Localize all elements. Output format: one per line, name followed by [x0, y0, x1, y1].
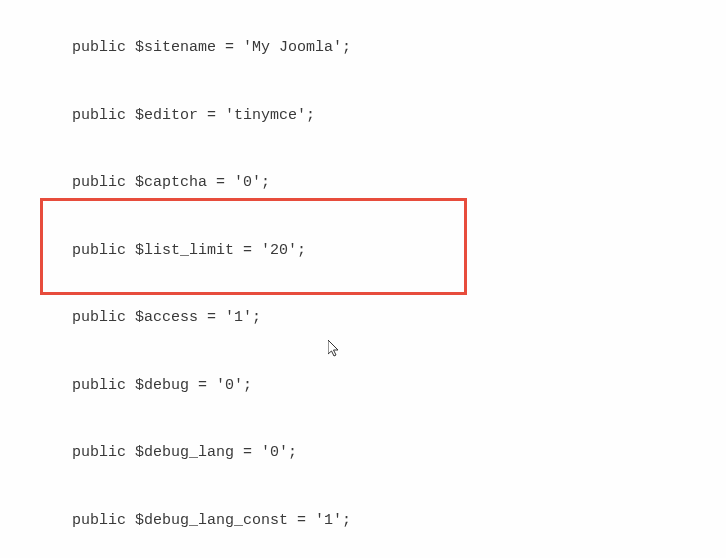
code-line: public $sitename = 'My Joomla'; — [0, 37, 726, 60]
code-line: public $editor = 'tinymce'; — [0, 105, 726, 128]
code-line: public $debug_lang = '0'; — [0, 442, 726, 465]
code-line: public $captcha = '0'; — [0, 172, 726, 195]
code-line: public $debug = '0'; — [0, 375, 726, 398]
code-line: public $list_limit = '20'; — [0, 240, 726, 263]
code-line: public $debug_lang_const = '1'; — [0, 510, 726, 533]
code-line: public $access = '1'; — [0, 307, 726, 330]
code-block: public $sitename = 'My Joomla'; public $… — [0, 0, 726, 558]
